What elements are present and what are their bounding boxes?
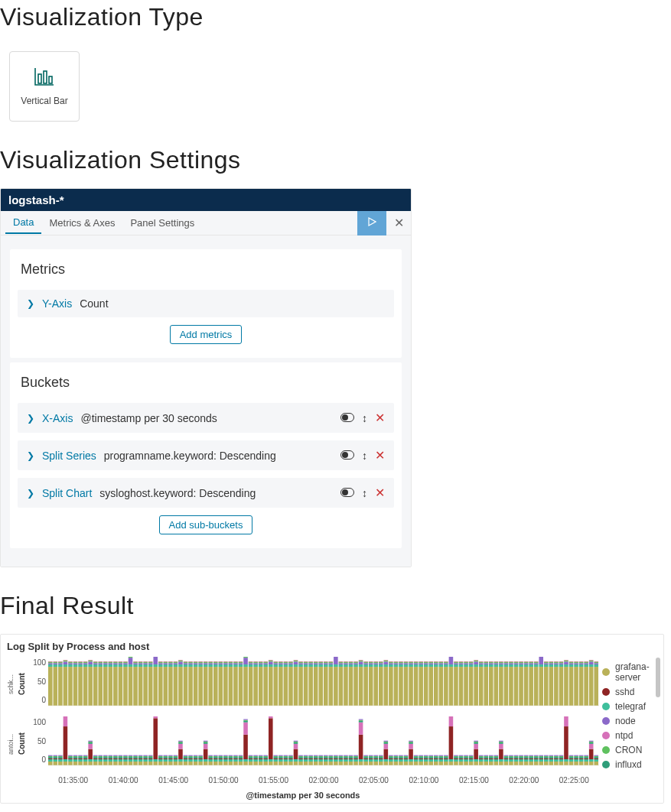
svg-rect-730: [184, 757, 188, 758]
svg-rect-393: [428, 662, 433, 663]
toggle-icon[interactable]: [340, 412, 354, 424]
svg-rect-26: [64, 664, 68, 667]
svg-rect-948: [363, 762, 368, 765]
svg-rect-353: [389, 662, 393, 663]
bucket-description: programname.keyword: Descending: [104, 450, 276, 462]
delete-icon[interactable]: ✕: [375, 411, 385, 425]
chart-bars-1: [48, 657, 599, 712]
svg-rect-961: [373, 759, 378, 762]
chart-title: Log Split by Process and host: [7, 641, 657, 652]
bucket-row-xaxis[interactable]: ❯ X-Axis @timestamp per 30 seconds ↕ ✕: [18, 403, 394, 433]
svg-rect-310: [349, 667, 353, 706]
svg-rect-904: [324, 755, 328, 756]
apply-changes-button[interactable]: [357, 211, 386, 235]
svg-rect-771: [219, 759, 223, 762]
bucket-row-split-chart[interactable]: ❯ Split Chart sysloghost.keyword: Descen…: [18, 478, 394, 508]
delete-icon[interactable]: ✕: [375, 448, 385, 463]
svg-rect-296: [334, 664, 338, 667]
legend-item[interactable]: ntpd: [602, 730, 657, 741]
bucket-row-split-series[interactable]: ❯ Split Series programname.keyword: Desc…: [18, 440, 394, 470]
svg-rect-335: [373, 667, 378, 706]
metric-row[interactable]: ❯ Y-Axis Count: [18, 290, 394, 317]
svg-rect-901: [324, 758, 328, 759]
toggle-icon[interactable]: [340, 450, 354, 462]
svg-rect-509: [544, 662, 549, 663]
svg-rect-35: [73, 667, 78, 706]
svg-rect-256: [294, 664, 298, 667]
add-metrics-button[interactable]: Add metrics: [170, 325, 243, 344]
svg-rect-578: [58, 755, 63, 756]
delete-icon[interactable]: ✕: [375, 486, 385, 500]
svg-rect-1025: [424, 757, 428, 758]
add-sub-buckets-button[interactable]: Add sub-buckets: [159, 515, 253, 534]
svg-rect-987: [394, 758, 399, 759]
svg-rect-965: [373, 755, 378, 756]
play-icon: [367, 217, 376, 229]
legend-item[interactable]: CRON: [602, 745, 657, 755]
svg-rect-283: [318, 662, 323, 663]
svg-rect-18: [54, 662, 58, 663]
chevron-right-icon[interactable]: ❯: [27, 450, 34, 461]
svg-rect-582: [64, 716, 68, 726]
svg-rect-481: [519, 664, 523, 667]
svg-rect-1080: [469, 757, 474, 758]
svg-rect-427: [464, 663, 468, 664]
reorder-icon[interactable]: ↕: [362, 412, 367, 424]
svg-rect-1173: [544, 756, 549, 757]
svg-rect-922: [339, 755, 344, 756]
svg-rect-484: [519, 662, 523, 663]
legend-item[interactable]: node: [602, 716, 657, 726]
svg-rect-684: [148, 759, 153, 762]
svg-rect-276: [314, 664, 318, 667]
tab-panel-settings[interactable]: Panel Settings: [122, 213, 202, 233]
svg-rect-1083: [474, 762, 478, 765]
svg-rect-974: [384, 749, 389, 759]
legend-item[interactable]: sshd: [602, 687, 657, 697]
svg-rect-763: [208, 755, 213, 756]
vis-type-vertical-bar[interactable]: Vertical Bar: [9, 51, 80, 122]
toggle-icon[interactable]: [340, 487, 354, 499]
svg-rect-621: [93, 756, 98, 757]
legend-scrollbar[interactable]: [656, 658, 660, 697]
svg-rect-1232: [594, 759, 598, 762]
svg-rect-659: [129, 762, 133, 765]
chevron-right-icon[interactable]: ❯: [27, 413, 34, 424]
svg-rect-784: [229, 758, 233, 759]
svg-rect-1049: [444, 757, 448, 758]
subplot-2: antoi... Count 100 50 0: [7, 716, 599, 771]
svg-rect-257: [294, 661, 298, 664]
svg-rect-1045: [439, 755, 444, 756]
svg-rect-1158: [534, 759, 539, 762]
svg-rect-198: [233, 662, 238, 663]
legend-item[interactable]: influxd: [602, 759, 657, 770]
legend-item[interactable]: grafana-server: [602, 661, 657, 683]
reorder-icon[interactable]: ↕: [362, 487, 367, 499]
chevron-right-icon[interactable]: ❯: [27, 488, 34, 499]
svg-rect-652: [119, 755, 123, 756]
chevron-right-icon[interactable]: ❯: [27, 298, 34, 309]
svg-rect-53: [88, 661, 93, 661]
svg-rect-949: [363, 759, 368, 762]
svg-rect-228: [263, 662, 268, 663]
svg-rect-950: [363, 758, 368, 759]
close-panel-button[interactable]: ✕: [386, 216, 411, 230]
svg-rect-135: [174, 667, 178, 706]
svg-rect-374: [409, 662, 413, 663]
svg-rect-705: [164, 757, 168, 758]
svg-rect-124: [158, 662, 163, 663]
reorder-icon[interactable]: ↕: [362, 450, 367, 462]
svg-rect-697: [158, 759, 163, 762]
svg-rect-330: [369, 667, 373, 706]
tab-metrics-axes[interactable]: Metrics & Axes: [41, 213, 122, 233]
svg-rect-727: [184, 762, 188, 765]
svg-rect-507: [544, 663, 549, 664]
svg-rect-326: [363, 664, 368, 667]
svg-rect-1216: [579, 756, 584, 757]
svg-rect-970: [379, 756, 383, 757]
svg-rect-496: [534, 664, 539, 667]
svg-rect-98: [133, 662, 138, 663]
tab-data[interactable]: Data: [5, 212, 41, 234]
legend-item[interactable]: telegraf: [602, 701, 657, 712]
svg-rect-42: [78, 663, 83, 664]
svg-rect-852: [284, 758, 288, 759]
